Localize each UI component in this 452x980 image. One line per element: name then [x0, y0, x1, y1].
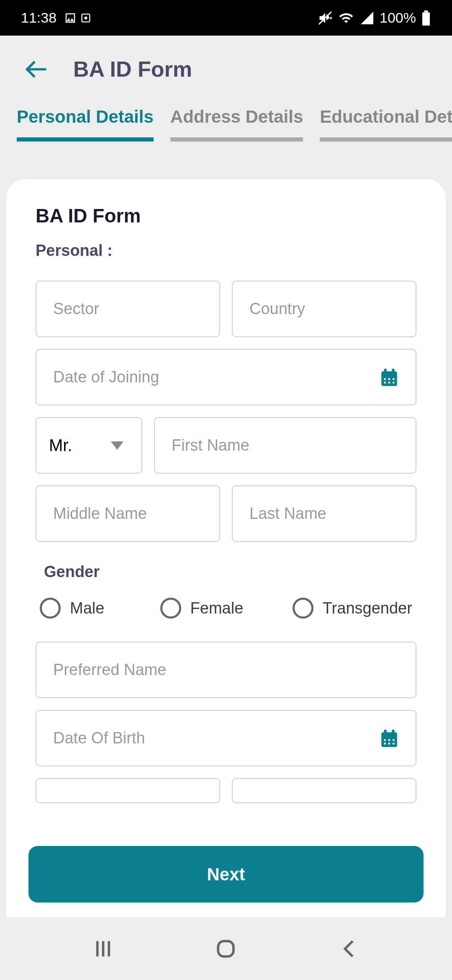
svg-rect-21	[393, 739, 394, 741]
section-label: Personal :	[36, 242, 416, 260]
extra-field-2[interactable]	[232, 778, 416, 803]
svg-point-1	[85, 16, 87, 19]
first-name-input[interactable]	[154, 417, 416, 474]
gender-radio-group: Male Female Transgender	[36, 598, 416, 619]
country-input[interactable]	[232, 281, 416, 337]
tab-address-details[interactable]: Address Details	[170, 107, 303, 142]
radio-transgender-label: Transgender	[323, 599, 412, 617]
gender-label: Gender	[44, 563, 416, 581]
image-icon	[64, 12, 77, 24]
status-notif-icons	[64, 12, 92, 24]
svg-rect-23	[388, 743, 390, 744]
status-left: 11:38	[21, 10, 92, 26]
status-time: 11:38	[21, 10, 56, 26]
back-icon[interactable]	[337, 937, 360, 960]
back-arrow-icon[interactable]	[25, 58, 48, 81]
next-button[interactable]: Next	[28, 846, 424, 903]
radio-circle-icon	[160, 598, 181, 619]
svg-rect-12	[384, 382, 386, 383]
svg-rect-14	[393, 382, 394, 383]
svg-rect-18	[392, 730, 394, 734]
page-title: BA ID Form	[73, 57, 192, 82]
extra-field-1[interactable]	[36, 778, 220, 803]
radio-male-label: Male	[70, 599, 104, 617]
calendar-icon[interactable]	[379, 367, 400, 388]
tab-personal-details[interactable]: Personal Details	[17, 107, 154, 142]
recents-icon[interactable]	[92, 937, 115, 960]
svg-rect-24	[393, 743, 394, 744]
status-right: 100%	[318, 10, 431, 26]
status-bar: 11:38 100%	[0, 0, 452, 36]
home-icon[interactable]	[214, 937, 237, 960]
svg-rect-3	[422, 12, 430, 26]
chevron-down-icon	[111, 441, 123, 450]
vibrate-icon	[318, 10, 333, 26]
preferred-name-input[interactable]	[36, 642, 416, 698]
svg-rect-11	[393, 378, 394, 380]
svg-rect-20	[388, 739, 390, 741]
radio-female[interactable]: Female	[160, 598, 280, 619]
svg-rect-22	[384, 743, 386, 744]
svg-rect-8	[392, 369, 394, 373]
radio-circle-icon	[40, 598, 61, 619]
form-card: BA ID Form Personal :	[6, 179, 446, 946]
card-title: BA ID Form	[36, 204, 416, 227]
radio-circle-icon	[293, 598, 313, 619]
date-of-joining-input[interactable]	[36, 349, 416, 405]
calendar-icon[interactable]	[379, 728, 400, 749]
last-name-input[interactable]	[232, 485, 416, 542]
svg-rect-4	[424, 10, 428, 13]
radio-male[interactable]: Male	[40, 598, 148, 619]
media-icon	[80, 12, 92, 24]
battery-icon	[421, 10, 431, 26]
radio-female-label: Female	[190, 599, 244, 617]
svg-marker-15	[111, 441, 123, 450]
svg-rect-17	[384, 730, 387, 734]
sector-input[interactable]	[36, 281, 220, 337]
svg-rect-9	[384, 378, 386, 380]
tab-educational-details[interactable]: Educational Details	[320, 107, 452, 142]
middle-name-input[interactable]	[36, 485, 220, 542]
svg-rect-13	[388, 382, 390, 383]
svg-rect-28	[218, 941, 234, 957]
battery-percent: 100%	[380, 10, 416, 26]
signal-icon	[360, 10, 375, 26]
svg-rect-19	[384, 739, 386, 741]
header: BA ID Form	[0, 36, 452, 90]
title-select-value: Mr.	[49, 436, 72, 455]
radio-transgender[interactable]: Transgender	[293, 598, 412, 619]
svg-rect-7	[384, 369, 387, 373]
title-select[interactable]: Mr.	[36, 417, 142, 474]
date-of-birth-input[interactable]	[36, 710, 416, 766]
wifi-icon	[338, 10, 354, 26]
system-nav-bar	[0, 917, 452, 980]
tabs: Personal Details Address Details Educati…	[0, 90, 452, 142]
svg-rect-10	[388, 378, 390, 380]
